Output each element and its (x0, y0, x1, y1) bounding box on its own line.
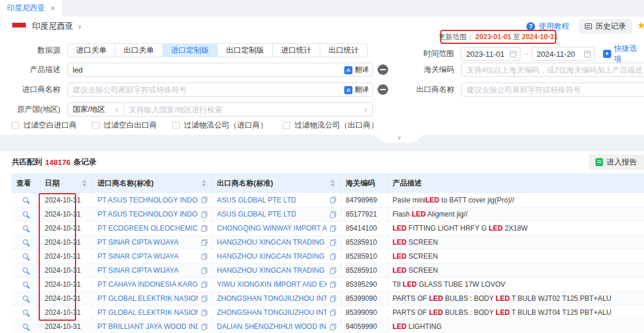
translate-button[interactable]: A 翻译 (344, 85, 369, 95)
favorite-star-icon[interactable]: ★ (637, 19, 644, 32)
copy-icon[interactable] (201, 225, 207, 232)
view-detail-icon[interactable] (23, 267, 28, 273)
exporter-cell-link[interactable]: DALIAN SHENGZHIHUI WOOD INDUST... (217, 322, 327, 331)
importer-input[interactable] (67, 83, 373, 97)
exporter-cell-link[interactable]: HANGZHOU XINGCAN TRADING CO LTD (217, 252, 327, 260)
exporter-cell-link[interactable]: HANGZHOU XINGCAN TRADING CO LTD (217, 238, 327, 246)
copy-icon[interactable] (330, 296, 336, 302)
copy-icon[interactable] (330, 197, 336, 203)
copy-icon[interactable] (330, 324, 336, 330)
country-selector[interactable]: 印度尼西亚 (32, 21, 73, 32)
data-source-tab-5[interactable]: 进口统计 (272, 43, 320, 57)
copy-icon[interactable] (330, 281, 336, 288)
checkbox-icon[interactable] (283, 122, 290, 129)
column-header-2[interactable]: 日期 (40, 173, 93, 193)
date-range-separator: – (524, 50, 528, 58)
hs-code-cell: 84798969 (341, 193, 388, 207)
sort-icon[interactable] (201, 180, 207, 187)
tab-indonesia[interactable]: 印度尼西亚 × (0, 0, 62, 16)
filter-checkbox-3[interactable]: 过滤物流公司（进口商） (172, 120, 268, 131)
checkbox-icon[interactable] (172, 122, 180, 129)
data-source-tab-3[interactable]: 进口定制版 (162, 43, 218, 57)
column-header-3[interactable]: 进口商名称(标准) (93, 173, 212, 193)
enter-report-button[interactable]: 进入报告 (588, 155, 644, 170)
importer-cell-link[interactable]: PT CAHAYA INDONESIA KARGO (98, 280, 198, 289)
view-detail-icon[interactable] (23, 296, 28, 301)
copy-icon[interactable] (201, 267, 207, 274)
data-source-tab-1[interactable]: 进口关单 (67, 43, 115, 57)
date-cell: 2024-10-31 (40, 207, 93, 221)
copy-icon[interactable] (201, 253, 207, 260)
view-detail-icon[interactable] (23, 324, 28, 329)
copy-icon[interactable] (201, 239, 207, 246)
view-detail-icon[interactable] (23, 253, 28, 259)
importer-cell-link[interactable]: PT SINAR CIPTA WIJAYA (98, 252, 179, 260)
view-detail-icon[interactable] (23, 239, 28, 245)
view-detail-icon[interactable] (23, 310, 28, 315)
importer-cell-link[interactable]: PT ECOGREEN OLEOCHEMICALS (98, 224, 198, 232)
copy-icon[interactable] (330, 267, 336, 274)
chevron-down-icon: ∨ (398, 135, 402, 140)
importer-cell-link[interactable]: PT ASUS TECHNOLOGY INDONESIA BA... (98, 210, 198, 218)
exporter-cell-link[interactable]: YIWU XIONGXIN IMPORT AND EXPORT... (217, 280, 327, 289)
importer-cell-link[interactable]: PT ASUS TECHNOLOGY INDONESIA BA... (98, 196, 198, 204)
hs-code-cell: 85399090 (341, 305, 388, 320)
copy-icon[interactable] (201, 296, 207, 302)
copy-icon[interactable] (201, 324, 207, 330)
view-detail-icon[interactable] (23, 211, 28, 217)
copy-icon[interactable] (330, 239, 336, 246)
data-source-tab-2[interactable]: 出口关单 (115, 43, 163, 57)
exporter-cell: HANGZHOU XINGCAN TRADING CO LTD (212, 235, 341, 249)
history-button[interactable]: 历史记录 (578, 19, 632, 34)
copy-icon[interactable] (201, 197, 207, 203)
copy-icon[interactable] (330, 310, 336, 316)
filter-checkbox-1[interactable]: 过滤空白进口商 (12, 120, 77, 131)
exporter-cell-link[interactable]: CHONGQING WINWAY IMPORT AND E... (217, 224, 327, 232)
exporter-input[interactable] (461, 83, 644, 97)
exporter-cell-link[interactable]: ASUS GLOBAL PTE LTD (217, 210, 296, 218)
close-icon[interactable]: × (50, 4, 55, 12)
importer-cell-link[interactable]: PT SINAR CIPTA WIJAYA (98, 238, 179, 246)
copy-icon[interactable] (330, 253, 336, 260)
filter-checkbox-4[interactable]: 过滤物流公司（出口商） (283, 120, 378, 131)
view-detail-icon[interactable] (23, 225, 28, 231)
exporter-cell-link[interactable]: ZHONGSHAN TONGJIUZHOU INTERNA... (217, 308, 327, 317)
end-date-picker[interactable] (532, 47, 595, 61)
checkbox-icon[interactable] (92, 122, 100, 129)
product-desc-input[interactable] (67, 63, 373, 77)
date-cell: 2024-10-31 (40, 291, 93, 305)
circle-minus-icon[interactable] (378, 84, 388, 95)
data-source-tab-6[interactable]: 出口统计 (320, 43, 368, 57)
copy-icon[interactable] (201, 310, 207, 316)
tutorial-link[interactable]: ? 使用教程 (526, 21, 569, 32)
hs-code-input[interactable] (461, 63, 644, 77)
importer-cell-link[interactable]: PT GLOBAL ELEKTRIK NASIONAL (98, 294, 198, 303)
quick-options-link[interactable]: * 快捷选项 (603, 43, 644, 64)
copy-icon[interactable] (330, 211, 336, 218)
column-header-4[interactable]: 出口商名称(标准) (212, 173, 341, 193)
circle-minus-icon[interactable] (378, 64, 388, 75)
sort-icon[interactable] (82, 180, 88, 187)
importer-cell-link[interactable]: PT GLOBAL ELEKTRIK NASIONAL (98, 308, 198, 317)
origin-type-select[interactable]: 国家/地区 ∨ (68, 103, 124, 116)
origin-search-input[interactable] (124, 105, 364, 114)
exporter-cell-link[interactable]: ZHONGSHAN TONGJIUZHOU INTERNA... (217, 294, 327, 303)
sort-icon[interactable] (330, 180, 336, 187)
data-source-tab-4[interactable]: 出口定制版 (217, 43, 273, 57)
checkbox-icon[interactable] (12, 122, 19, 129)
exporter-cell-link[interactable]: ASUS GLOBAL PTE LTD (217, 196, 296, 204)
view-detail-icon[interactable] (23, 197, 28, 202)
view-detail-icon[interactable] (23, 281, 28, 287)
start-date-picker[interactable] (461, 47, 520, 61)
tutorial-icon: ? (526, 22, 535, 31)
exporter-cell-link[interactable]: HANGZHOU XINGCAN TRADING CO LTD (217, 266, 327, 274)
copy-icon[interactable] (201, 211, 207, 218)
translate-button[interactable]: A 翻译 (344, 65, 369, 75)
importer-cell-link[interactable]: PT SINAR CIPTA WIJAYA (98, 266, 179, 274)
filter-checkbox-2[interactable]: 过滤空白出口商 (92, 120, 157, 131)
importer-cell-link[interactable]: PT BRILLIANT JAYA WOOD INDUSTRY (98, 322, 198, 331)
chevron-down-icon[interactable]: ∨ (77, 23, 82, 30)
importer-cell: PT SINAR CIPTA WIJAYA (93, 235, 212, 249)
copy-icon[interactable] (201, 281, 207, 288)
copy-icon[interactable] (330, 225, 336, 232)
